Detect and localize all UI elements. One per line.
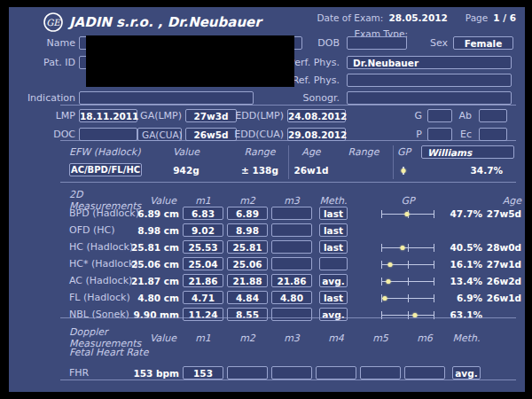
age-value: 27w1d — [487, 259, 521, 270]
m2-field[interactable]: 6.89 — [227, 207, 268, 220]
method-toggle[interactable]: last — [319, 240, 348, 254]
method-toggle[interactable]: avg. — [319, 308, 348, 321]
gp-percentile-graph — [381, 308, 434, 322]
redaction-overlay — [86, 35, 294, 87]
page-number: 1 / 6 — [493, 12, 516, 23]
m3-field[interactable]: 21.86 — [271, 274, 312, 287]
ga-lmp-field[interactable]: 27w3d — [185, 109, 237, 122]
ga-cua-button[interactable]: GA(CUA) — [137, 128, 182, 141]
m3-field[interactable] — [271, 240, 312, 254]
measurement-label: FL (Hadlock) — [69, 292, 147, 303]
m1-field[interactable]: 21.86 — [183, 274, 223, 287]
m2-field[interactable]: 8.98 — [227, 223, 268, 237]
m2-field[interactable]: 25.06 — [227, 257, 268, 270]
m5-column-header: m5 — [372, 332, 388, 344]
efw-title: EFW (Hadlock) — [69, 146, 140, 158]
measurements-2d-header: 2D Measurements Value m1 m2 m3 Meth. GP … — [9, 189, 521, 204]
gp-percent: 13.4% — [450, 276, 482, 286]
lmp-label: LMP — [56, 110, 75, 121]
m2-field[interactable]: 25.81 — [227, 240, 268, 254]
method-toggle[interactable]: last — [319, 291, 348, 304]
name-label: Name — [47, 37, 75, 49]
m3-field[interactable] — [271, 207, 312, 220]
measurement-value: 6.89 cm — [137, 208, 179, 219]
m5-field[interactable] — [360, 366, 401, 379]
m2-field[interactable] — [227, 366, 268, 379]
svg-text:GE: GE — [46, 18, 61, 27]
m1-field[interactable]: 4.71 — [183, 291, 223, 304]
method-toggle[interactable]: avg. — [319, 274, 348, 287]
method-toggle[interactable]: last — [319, 223, 348, 237]
m4-field[interactable] — [316, 366, 356, 379]
method-toggle[interactable]: avg. — [452, 366, 481, 379]
m6-column-header: m6 — [417, 332, 433, 344]
gp-percent: 47.7% — [450, 208, 482, 219]
age-value: 26w2d — [487, 276, 521, 286]
doppler-section: Doppler Measurements Value m1 m2 m3 m4 m… — [9, 321, 525, 383]
perf-phys-label: Perf. Phys. — [289, 57, 340, 68]
m1-field[interactable]: 25.53 — [183, 240, 223, 254]
efw-range-header: Range — [233, 146, 286, 158]
age-value: 26w1d — [487, 293, 521, 303]
separator-line — [60, 140, 516, 141]
m2-field[interactable]: 21.88 — [227, 274, 268, 287]
ab-field[interactable] — [479, 109, 507, 122]
m2-field[interactable]: 8.55 — [227, 308, 268, 321]
edd-lmp-field[interactable]: 24.08.2012 — [287, 109, 346, 122]
m2-field[interactable]: 4.84 — [227, 291, 268, 304]
efw-age-value: 26w1d — [285, 165, 338, 176]
date-of-exam-label: Date of Exam: — [317, 12, 383, 23]
date-of-exam-value: 28.05.2012 — [388, 12, 447, 23]
m3-field[interactable]: 4.80 — [271, 291, 312, 304]
meth-column-header: Meth. — [452, 332, 480, 344]
measurements-2d-section: 2D Measurements Value m1 m2 m3 Meth. GP … — [9, 184, 525, 317]
m4-column-header: m4 — [328, 332, 344, 344]
efw-gp-percent: 34.7% — [461, 165, 503, 176]
sonogr-field[interactable] — [347, 91, 512, 105]
m1-field[interactable]: 25.04 — [183, 257, 223, 270]
ec-field[interactable] — [479, 128, 507, 141]
m1-column-header: m1 — [195, 195, 211, 207]
gp-percentile-graph — [381, 207, 434, 221]
m6-field[interactable] — [404, 366, 445, 379]
ref-phys-field[interactable] — [347, 74, 512, 87]
m3-field[interactable] — [271, 308, 312, 321]
m3-field[interactable] — [271, 257, 312, 270]
age-value: 27w5d — [487, 208, 521, 219]
m1-field[interactable]: 9.02 — [183, 223, 223, 237]
method-toggle[interactable] — [319, 257, 348, 270]
dates-section: LMP 18.11.2011 GA(LMP) 27w3d EDD(LMP) 24… — [9, 108, 525, 142]
sex-field[interactable]: Female — [453, 36, 513, 50]
separator-line — [60, 105, 516, 106]
ultrasound-report-screen: GE JADIN s.r.o. , Dr.Neubauer Date of Ex… — [0, 0, 532, 399]
efw-formula-selector[interactable]: AC/BPD/FL/HC — [69, 163, 142, 176]
perf-phys-field[interactable]: Dr.Neubauer — [347, 56, 512, 69]
gp-percent: 16.1% — [450, 259, 482, 270]
m1-field[interactable]: 6.83 — [183, 207, 223, 220]
dob-field[interactable] — [347, 36, 407, 50]
edd-cua-field[interactable]: 29.08.2012 — [287, 128, 346, 141]
gp-curve-selector[interactable]: Williams — [421, 145, 514, 159]
gp-percentile-graph — [381, 240, 434, 254]
m1-field[interactable]: 153 — [183, 366, 223, 379]
column-divider — [393, 145, 394, 179]
ga-cua-field[interactable]: 26w5d — [185, 128, 237, 141]
lmp-field[interactable]: 18.11.2011 — [79, 109, 137, 122]
method-toggle[interactable]: last — [319, 207, 348, 220]
m3-field[interactable] — [271, 223, 312, 237]
gravida-field[interactable] — [427, 109, 452, 122]
title-bar: GE JADIN s.r.o. , Dr.Neubauer Date of Ex… — [9, 9, 525, 34]
m1-field[interactable]: 11.24 — [183, 308, 223, 321]
ge-logo-icon: GE — [43, 12, 64, 33]
ec-label: Ec — [460, 129, 472, 140]
gp-percent: 6.9% — [457, 293, 482, 303]
para-field[interactable] — [427, 128, 452, 141]
meth-column-header: Meth. — [319, 195, 347, 207]
doc-field[interactable] — [79, 128, 137, 141]
doc-label: DOC — [53, 129, 75, 140]
measurement-value: 25.06 cm — [131, 259, 179, 270]
patient-report-page: GE JADIN s.r.o. , Dr.Neubauer Date of Ex… — [9, 7, 525, 392]
m3-field[interactable] — [271, 366, 312, 379]
indication-field[interactable] — [79, 91, 254, 105]
measurement-value: 8.98 cm — [137, 225, 179, 236]
